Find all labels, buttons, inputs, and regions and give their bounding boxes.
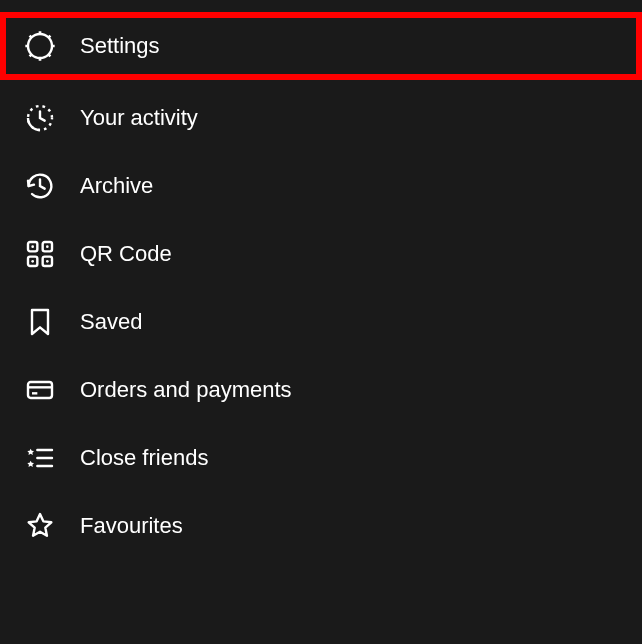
menu-item-label: Orders and payments <box>80 377 292 403</box>
menu-item-label: Close friends <box>80 445 208 471</box>
svg-rect-10 <box>28 382 52 398</box>
svg-point-6 <box>31 245 34 248</box>
menu-item-orders-payments[interactable]: Orders and payments <box>0 356 642 424</box>
settings-menu: Settings Your activity Archive <box>0 0 642 560</box>
menu-item-label: Saved <box>80 309 142 335</box>
close-friends-icon <box>24 442 56 474</box>
menu-item-label: QR Code <box>80 241 172 267</box>
gear-icon <box>24 30 56 62</box>
star-icon <box>24 510 56 542</box>
menu-item-label: Your activity <box>80 105 198 131</box>
menu-item-your-activity[interactable]: Your activity <box>0 84 642 152</box>
menu-item-close-friends[interactable]: Close friends <box>0 424 642 492</box>
menu-item-qr-code[interactable]: QR Code <box>0 220 642 288</box>
menu-item-saved[interactable]: Saved <box>0 288 642 356</box>
svg-point-7 <box>46 245 49 248</box>
svg-point-8 <box>31 260 34 263</box>
activity-icon <box>24 102 56 134</box>
menu-item-label: Settings <box>80 33 160 59</box>
credit-card-icon <box>24 374 56 406</box>
svg-point-0 <box>28 34 52 58</box>
menu-item-label: Favourites <box>80 513 183 539</box>
qr-code-icon <box>24 238 56 270</box>
menu-item-settings[interactable]: Settings <box>0 12 642 80</box>
bookmark-icon <box>24 306 56 338</box>
menu-item-favourites[interactable]: Favourites <box>0 492 642 560</box>
menu-item-archive[interactable]: Archive <box>0 152 642 220</box>
svg-point-9 <box>46 260 49 263</box>
archive-icon <box>24 170 56 202</box>
menu-item-label: Archive <box>80 173 153 199</box>
